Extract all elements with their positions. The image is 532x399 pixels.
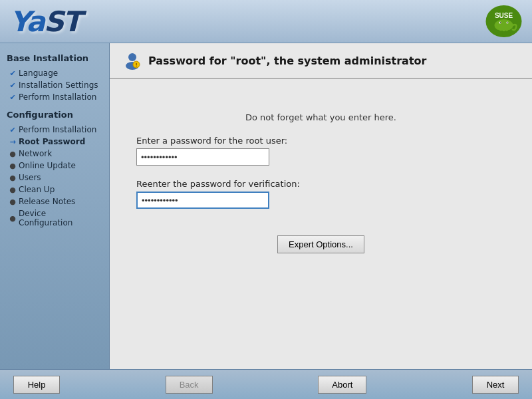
svg-point-13: [128, 53, 136, 61]
content-panel: ! Password for "root", the system admini…: [110, 43, 532, 369]
suse-logo: SUSE: [485, 5, 522, 38]
svg-point-2: [495, 19, 513, 31]
sidebar-item-network[interactable]: ● Network: [7, 148, 102, 160]
verify-label: Reenter the password for verification:: [136, 179, 505, 189]
sidebar-item-clean-up[interactable]: ● Clean Up: [7, 184, 102, 196]
sidebar-item-language[interactable]: ✔ Language: [7, 67, 102, 79]
sidebar-item-perform-installation-base[interactable]: ✔ Perform Installation: [7, 91, 102, 103]
content-body: Do not forget what you enter here. Enter…: [110, 79, 532, 369]
verify-field-group: Reenter the password for verification:: [136, 179, 505, 209]
dot-icon: ●: [7, 198, 19, 206]
logo-ya: Ya: [10, 5, 44, 38]
check-icon: ✔: [7, 81, 19, 90]
content-title: Password for "root", the system administ…: [148, 55, 426, 67]
check-icon: ✔: [7, 69, 19, 78]
sidebar-item-online-update[interactable]: ● Online Update: [7, 160, 102, 172]
sidebar-item-release-notes[interactable]: ● Release Notes: [7, 196, 102, 207]
next-button[interactable]: Next: [472, 376, 519, 394]
arrow-icon: →: [7, 138, 19, 146]
dot-icon: ●: [7, 150, 19, 158]
app-header: YaST SUSE: [0, 0, 532, 43]
dot-icon: ●: [7, 186, 19, 194]
configuration-section: Configuration: [7, 110, 102, 120]
back-button[interactable]: Back: [166, 376, 213, 394]
abort-button[interactable]: Abort: [318, 376, 366, 394]
main-layout: Base Installation ✔ Language ✔ Installat…: [0, 43, 532, 369]
hint-text: Do not forget what you enter here.: [136, 112, 505, 122]
password-field-group: Enter a password for the root user:: [136, 136, 505, 166]
sidebar-item-device-configuration[interactable]: ● Device Configuration: [7, 207, 102, 229]
dot-icon: ●: [7, 162, 19, 170]
svg-point-8: [507, 22, 508, 23]
sidebar-item-perform-installation-config[interactable]: ✔ Perform Installation: [7, 124, 102, 136]
admin-icon: !: [123, 51, 142, 70]
svg-text:!: !: [135, 63, 137, 68]
dot-icon: ●: [7, 214, 19, 223]
logo-st: ST: [44, 5, 80, 38]
footer: Help Back Abort Next: [0, 369, 532, 399]
help-button[interactable]: Help: [13, 376, 60, 394]
check-icon: ✔: [7, 126, 19, 134]
content-header: ! Password for "root", the system admini…: [110, 43, 532, 78]
svg-line-10: [501, 31, 502, 36]
expert-options-button[interactable]: Expert Options...: [277, 235, 364, 253]
check-icon: ✔: [7, 93, 19, 102]
sidebar: Base Installation ✔ Language ✔ Installat…: [0, 43, 110, 369]
sidebar-item-installation-settings[interactable]: ✔ Installation Settings: [7, 79, 102, 91]
expert-btn-row: Expert Options...: [136, 235, 505, 253]
svg-text:SUSE: SUSE: [495, 12, 513, 19]
dot-icon: ●: [7, 174, 19, 182]
base-installation-section: Base Installation: [7, 53, 102, 63]
sidebar-item-users[interactable]: ● Users: [7, 172, 102, 184]
verify-input[interactable]: [136, 192, 269, 209]
svg-point-7: [500, 22, 501, 23]
yast-logo: YaST: [10, 5, 80, 38]
svg-line-11: [505, 31, 506, 36]
sidebar-item-root-password[interactable]: → Root Password: [7, 136, 102, 148]
password-input[interactable]: [136, 148, 269, 166]
password-label: Enter a password for the root user:: [136, 136, 505, 146]
